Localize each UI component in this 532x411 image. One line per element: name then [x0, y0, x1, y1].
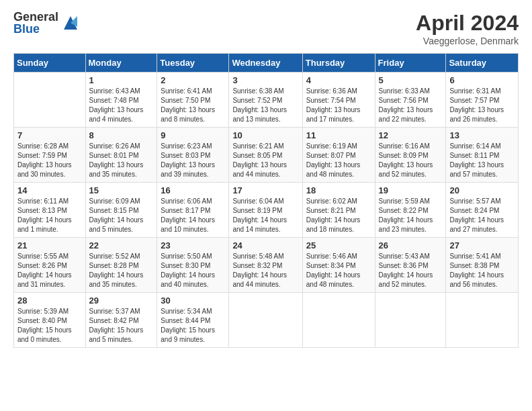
day-number: 10 — [232, 130, 298, 140]
daylight-text: Daylight: 14 hours and 18 minutes. — [306, 216, 361, 233]
calendar-cell: 19 Sunrise: 5:59 AM Sunset: 8:22 PM Dayl… — [375, 183, 446, 238]
day-info: Sunrise: 5:59 AM Sunset: 8:22 PM Dayligh… — [379, 197, 443, 234]
calendar-cell: 20 Sunrise: 5:57 AM Sunset: 8:24 PM Dayl… — [446, 183, 519, 238]
sunrise-text: Sunrise: 6:31 AM — [449, 87, 500, 95]
daylight-text: Daylight: 13 hours and 44 minutes. — [232, 161, 287, 178]
sunrise-text: Sunrise: 6:36 AM — [306, 87, 357, 95]
day-info: Sunrise: 6:26 AM Sunset: 8:01 PM Dayligh… — [89, 142, 154, 179]
sunrise-text: Sunrise: 6:11 AM — [17, 197, 69, 205]
day-info: Sunrise: 5:41 AM Sunset: 8:38 PM Dayligh… — [449, 252, 515, 289]
sunset-text: Sunset: 8:13 PM — [17, 207, 67, 214]
sunset-text: Sunset: 8:03 PM — [161, 152, 210, 159]
sunset-text: Sunset: 7:54 PM — [306, 97, 356, 104]
day-number: 9 — [161, 130, 225, 140]
calendar-week-row: 21 Sunrise: 5:55 AM Sunset: 8:26 PM Dayl… — [14, 238, 519, 293]
page-header: General Blue April 2024 Vaeggerlose, Den… — [13, 11, 519, 46]
calendar-cell — [14, 73, 86, 128]
day-info: Sunrise: 6:36 AM Sunset: 7:54 PM Dayligh… — [306, 87, 371, 124]
sunset-text: Sunset: 8:32 PM — [232, 262, 282, 269]
day-number: 8 — [89, 130, 154, 140]
month-title: April 2024 — [416, 11, 519, 36]
daylight-text: Daylight: 13 hours and 48 minutes. — [306, 161, 361, 178]
daylight-text: Daylight: 13 hours and 8 minutes. — [161, 106, 215, 123]
calendar-cell: 24 Sunrise: 5:48 AM Sunset: 8:32 PM Dayl… — [229, 238, 302, 293]
calendar-cell: 10 Sunrise: 6:21 AM Sunset: 8:05 PM Dayl… — [229, 128, 302, 183]
calendar-week-row: 7 Sunrise: 6:28 AM Sunset: 7:59 PM Dayli… — [14, 128, 519, 183]
day-number: 28 — [17, 295, 82, 306]
sunset-text: Sunset: 7:48 PM — [89, 97, 139, 104]
daylight-text: Daylight: 14 hours and 14 minutes. — [232, 216, 287, 233]
sunset-text: Sunset: 7:56 PM — [379, 97, 429, 104]
col-tuesday: Tuesday — [157, 54, 229, 73]
day-number: 3 — [232, 75, 298, 85]
sunset-text: Sunset: 7:57 PM — [449, 97, 499, 104]
day-info: Sunrise: 6:19 AM Sunset: 8:07 PM Dayligh… — [306, 142, 371, 179]
day-number: 6 — [449, 75, 515, 85]
daylight-text: Daylight: 13 hours and 35 minutes. — [89, 161, 144, 178]
day-number: 27 — [449, 240, 515, 250]
calendar-week-row: 1 Sunrise: 6:43 AM Sunset: 7:48 PM Dayli… — [14, 73, 519, 128]
sunset-text: Sunset: 8:17 PM — [161, 207, 210, 214]
calendar-week-row: 28 Sunrise: 5:39 AM Sunset: 8:40 PM Dayl… — [14, 293, 519, 348]
day-number: 20 — [449, 185, 515, 195]
daylight-text: Daylight: 14 hours and 31 minutes. — [17, 271, 72, 288]
daylight-text: Daylight: 15 hours and 9 minutes. — [161, 326, 215, 343]
sunset-text: Sunset: 8:36 PM — [379, 262, 429, 269]
day-info: Sunrise: 5:34 AM Sunset: 8:44 PM Dayligh… — [161, 307, 225, 345]
sunset-text: Sunset: 8:11 PM — [449, 152, 499, 159]
daylight-text: Daylight: 13 hours and 13 minutes. — [232, 106, 287, 123]
sunset-text: Sunset: 8:07 PM — [306, 152, 356, 159]
calendar-cell: 11 Sunrise: 6:19 AM Sunset: 8:07 PM Dayl… — [302, 128, 375, 183]
sunrise-text: Sunrise: 6:09 AM — [89, 197, 140, 205]
calendar-cell — [446, 293, 519, 348]
sunset-text: Sunset: 8:05 PM — [232, 152, 282, 159]
day-number: 21 — [17, 240, 82, 250]
day-info: Sunrise: 6:41 AM Sunset: 7:50 PM Dayligh… — [161, 87, 225, 124]
calendar-cell: 26 Sunrise: 5:43 AM Sunset: 8:36 PM Dayl… — [375, 238, 446, 293]
sunrise-text: Sunrise: 6:02 AM — [306, 197, 357, 205]
day-number: 15 — [89, 185, 154, 195]
day-number: 17 — [232, 185, 298, 195]
calendar-cell — [229, 293, 302, 348]
daylight-text: Daylight: 14 hours and 40 minutes. — [161, 271, 215, 288]
col-wednesday: Wednesday — [229, 54, 302, 73]
calendar-cell — [302, 293, 375, 348]
day-number: 29 — [89, 295, 154, 306]
daylight-text: Daylight: 13 hours and 39 minutes. — [161, 161, 215, 178]
calendar-cell: 13 Sunrise: 6:14 AM Sunset: 8:11 PM Dayl… — [446, 128, 519, 183]
day-number: 1 — [89, 75, 154, 85]
day-number: 18 — [306, 185, 371, 195]
daylight-text: Daylight: 14 hours and 48 minutes. — [306, 271, 361, 288]
daylight-text: Daylight: 14 hours and 23 minutes. — [379, 216, 433, 233]
logo-general-text: General — [13, 11, 58, 23]
sunrise-text: Sunrise: 5:50 AM — [161, 253, 212, 260]
day-number: 24 — [232, 240, 298, 250]
calendar-cell: 3 Sunrise: 6:38 AM Sunset: 7:52 PM Dayli… — [229, 73, 302, 128]
daylight-text: Daylight: 13 hours and 22 minutes. — [379, 106, 433, 123]
sunset-text: Sunset: 8:38 PM — [449, 262, 499, 269]
col-friday: Friday — [375, 54, 446, 73]
day-number: 13 — [449, 130, 515, 140]
day-number: 23 — [161, 240, 225, 250]
calendar-cell: 16 Sunrise: 6:06 AM Sunset: 8:17 PM Dayl… — [157, 183, 229, 238]
calendar-cell: 23 Sunrise: 5:50 AM Sunset: 8:30 PM Dayl… — [157, 238, 229, 293]
sunrise-text: Sunrise: 6:28 AM — [17, 142, 69, 150]
sunrise-text: Sunrise: 6:43 AM — [89, 87, 140, 95]
day-info: Sunrise: 5:43 AM Sunset: 8:36 PM Dayligh… — [379, 252, 443, 289]
daylight-text: Daylight: 15 hours and 5 minutes. — [89, 326, 144, 343]
day-number: 7 — [17, 130, 82, 140]
day-number: 2 — [161, 75, 225, 85]
calendar-table: Sunday Monday Tuesday Wednesday Thursday… — [13, 53, 519, 348]
calendar-cell: 5 Sunrise: 6:33 AM Sunset: 7:56 PM Dayli… — [375, 73, 446, 128]
calendar-cell: 18 Sunrise: 6:02 AM Sunset: 8:21 PM Dayl… — [302, 183, 375, 238]
day-info: Sunrise: 6:21 AM Sunset: 8:05 PM Dayligh… — [232, 142, 298, 179]
day-info: Sunrise: 6:09 AM Sunset: 8:15 PM Dayligh… — [89, 197, 154, 234]
sunrise-text: Sunrise: 6:26 AM — [89, 142, 140, 150]
sunset-text: Sunset: 7:50 PM — [161, 97, 210, 104]
daylight-text: Daylight: 14 hours and 44 minutes. — [232, 271, 287, 288]
calendar-cell — [375, 293, 446, 348]
sunset-text: Sunset: 8:24 PM — [449, 207, 499, 214]
daylight-text: Daylight: 14 hours and 56 minutes. — [449, 271, 504, 288]
sunrise-text: Sunrise: 5:48 AM — [232, 253, 283, 260]
day-number: 26 — [379, 240, 443, 250]
